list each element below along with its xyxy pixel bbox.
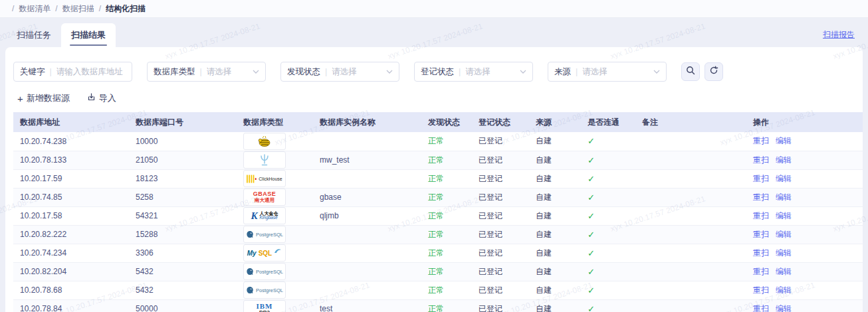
connected-check-icon: ✓ bbox=[588, 285, 595, 295]
rescan-link[interactable]: 重扫 bbox=[753, 174, 769, 183]
source-select[interactable]: 来源 | 请选择 bbox=[548, 62, 667, 82]
gbase-logo: GBASE 南大通用 bbox=[243, 189, 286, 206]
ibm-label: IBM bbox=[257, 303, 273, 310]
edit-link[interactable]: 编辑 bbox=[776, 174, 792, 183]
register-status-placeholder: 请选择 bbox=[465, 66, 520, 78]
source-cell: 自建 bbox=[529, 299, 581, 312]
register-status-cell: 已登记 bbox=[472, 244, 529, 262]
import-button[interactable]: 导入 bbox=[87, 92, 116, 104]
table-row: 10.20.82.204 5432 PostgreSQL 正常 已登记 自建 ✓… bbox=[13, 262, 863, 281]
breadcrumb-separator: / bbox=[12, 4, 14, 13]
edit-link[interactable]: 编辑 bbox=[776, 193, 792, 202]
filter-divider: | bbox=[325, 67, 327, 76]
db-instance-cell: gbase bbox=[313, 188, 421, 206]
rescan-link[interactable]: 重扫 bbox=[753, 285, 769, 295]
tab-scan-result[interactable]: 扫描结果 bbox=[61, 23, 116, 47]
rescan-link[interactable]: 重扫 bbox=[753, 136, 769, 145]
edit-link[interactable]: 编辑 bbox=[776, 285, 792, 295]
connected-cell: ✓ bbox=[581, 132, 635, 151]
breadcrumb-item-data-scan[interactable]: 数据扫描 bbox=[62, 3, 94, 15]
source-cell: 自建 bbox=[529, 244, 581, 262]
search-icon bbox=[686, 66, 695, 78]
discover-status-cell: 正常 bbox=[421, 225, 472, 244]
remark-cell bbox=[635, 169, 746, 188]
rescan-link[interactable]: 重扫 bbox=[753, 193, 769, 202]
edit-link[interactable]: 编辑 bbox=[776, 267, 792, 276]
rescan-link[interactable]: 重扫 bbox=[753, 304, 769, 312]
register-status-cell: 已登记 bbox=[472, 151, 529, 169]
edit-link[interactable]: 编辑 bbox=[776, 230, 792, 239]
connected-check-icon: ✓ bbox=[588, 304, 595, 312]
connected-cell: ✓ bbox=[581, 151, 635, 169]
scan-report-link[interactable]: 扫描报告 bbox=[823, 29, 855, 40]
db-port-cell: 18123 bbox=[129, 169, 237, 188]
edit-link[interactable]: 编辑 bbox=[776, 211, 792, 220]
db2-label: DB2 bbox=[257, 310, 273, 312]
db-instance-cell bbox=[313, 169, 421, 188]
header-actions: 操作 bbox=[746, 112, 863, 132]
rescan-link[interactable]: 重扫 bbox=[753, 230, 769, 239]
breadcrumb-item-data-list[interactable]: 数据清单 bbox=[19, 3, 51, 15]
chevron-down-icon bbox=[653, 70, 660, 74]
actions-cell: 重扫编辑 bbox=[746, 281, 863, 299]
connected-check-icon: ✓ bbox=[588, 230, 595, 240]
connected-check-icon: ✓ bbox=[588, 193, 595, 202]
discover-status-cell: 正常 bbox=[421, 244, 472, 262]
content-card: 关键字 | 数据库类型 | 请选择 发现状态 | 请选择 登记状态 | 请选择 bbox=[5, 47, 863, 312]
rescan-link[interactable]: 重扫 bbox=[753, 211, 769, 220]
source-cell: 自建 bbox=[529, 281, 581, 299]
edit-link[interactable]: 编辑 bbox=[776, 248, 792, 258]
register-status-select[interactable]: 登记状态 | 请选择 bbox=[414, 62, 533, 82]
source-cell: 自建 bbox=[529, 262, 581, 281]
register-status-cell: 已登记 bbox=[472, 299, 529, 312]
db-address-cell: 10.20.17.58 bbox=[13, 206, 129, 225]
table-row: 10.20.74.85 5258 GBASE 南大通用 gbase 正常 已登记… bbox=[13, 188, 863, 206]
discover-status-cell: 正常 bbox=[421, 151, 472, 169]
register-status-label: 登记状态 bbox=[421, 66, 454, 78]
filter-divider: | bbox=[200, 67, 202, 76]
reset-button[interactable] bbox=[705, 62, 723, 81]
tab-scan-task[interactable]: 扫描任务 bbox=[7, 23, 61, 47]
active-tab-underline bbox=[70, 44, 107, 46]
plus-icon: + bbox=[17, 94, 23, 104]
db-port-cell: 15288 bbox=[129, 225, 237, 244]
breadcrumb-separator: / bbox=[55, 4, 57, 13]
postgresql-logo: PostgreSQL bbox=[243, 263, 286, 280]
rescan-link[interactable]: 重扫 bbox=[753, 248, 769, 258]
rescan-link[interactable]: 重扫 bbox=[753, 267, 769, 276]
add-datasource-button[interactable]: + 新增数据源 bbox=[17, 92, 70, 104]
edit-link[interactable]: 编辑 bbox=[776, 136, 792, 145]
register-status-cell: 已登记 bbox=[472, 262, 529, 281]
header-connected: 是否连通 bbox=[581, 112, 635, 132]
discover-status-select[interactable]: 发现状态 | 请选择 bbox=[280, 62, 399, 82]
db-address-cell: 10.20.78.68 bbox=[13, 281, 129, 299]
db-instance-cell bbox=[313, 262, 421, 281]
mysql-label-my: My bbox=[247, 250, 257, 257]
db-type-cell: GBASE 南大通用 bbox=[237, 188, 313, 206]
edit-link[interactable]: 编辑 bbox=[776, 155, 792, 165]
discover-status-cell: 正常 bbox=[421, 262, 472, 281]
table-row: 10.20.17.59 18123 ClickHouse 正常 已登记 自建 ✓… bbox=[13, 169, 863, 188]
actions-cell: 重扫编辑 bbox=[746, 169, 863, 188]
keyword-input[interactable] bbox=[56, 67, 126, 76]
rescan-link[interactable]: 重扫 bbox=[753, 155, 769, 165]
register-status-cell: 已登记 bbox=[472, 188, 529, 206]
search-button[interactable] bbox=[681, 62, 700, 81]
remark-cell bbox=[635, 281, 746, 299]
remark-cell bbox=[635, 206, 746, 225]
source-cell: 自建 bbox=[529, 188, 581, 206]
filter-bar: 关键字 | 数据库类型 | 请选择 发现状态 | 请选择 登记状态 | 请选择 bbox=[13, 62, 855, 82]
db-instance-cell bbox=[313, 225, 421, 244]
keyword-filter[interactable]: 关键字 | bbox=[13, 62, 132, 82]
discover-status-placeholder: 请选择 bbox=[332, 66, 386, 78]
import-label: 导入 bbox=[99, 92, 116, 104]
db-port-cell: 10000 bbox=[129, 132, 237, 151]
clickhouse-logo: ClickHouse bbox=[243, 170, 286, 187]
filter-divider: | bbox=[50, 67, 52, 76]
db-type-cell: K 人大金仓 Kingbase bbox=[237, 206, 313, 225]
edit-link[interactable]: 编辑 bbox=[776, 304, 792, 312]
kingbase-logo: K 人大金仓 Kingbase bbox=[243, 207, 286, 224]
db-type-select[interactable]: 数据库类型 | 请选择 bbox=[147, 62, 266, 82]
clickhouse-label: ClickHouse bbox=[259, 177, 282, 181]
table-row: 10.20.74.238 10000 正常 已登记 自建 ✓ 重扫编辑 bbox=[13, 132, 863, 151]
